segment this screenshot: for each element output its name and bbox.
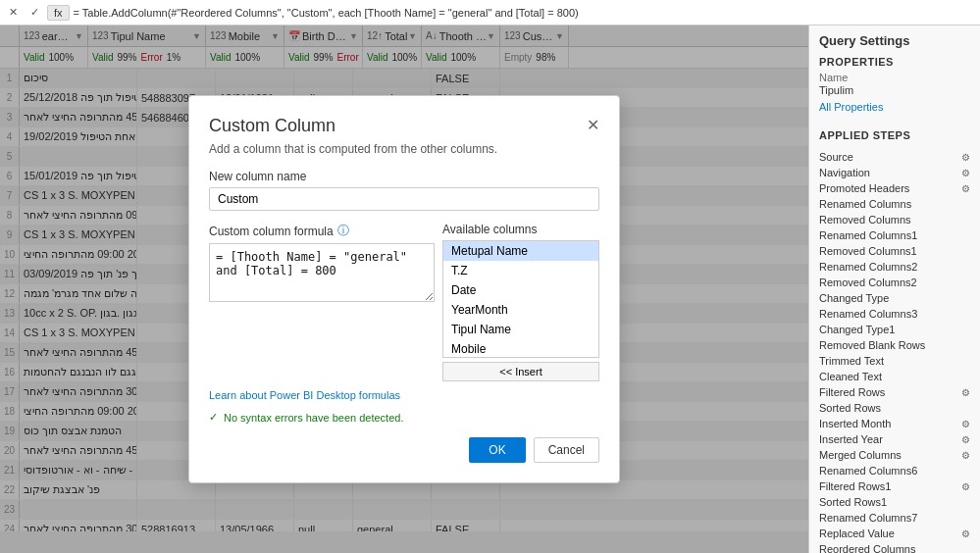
formula-textarea[interactable]: = [Thooth Name] = "general" and [Total] … xyxy=(209,243,435,302)
step-label: Renamed Columns2 xyxy=(819,261,917,273)
gear-icon[interactable]: ⚙ xyxy=(961,481,970,492)
applied-step[interactable]: Merged Columns⚙ xyxy=(809,447,980,463)
applied-step[interactable]: Source⚙ xyxy=(809,149,980,165)
applied-step[interactable]: Renamed Columns6 xyxy=(809,463,980,478)
gear-icon[interactable]: ⚙ xyxy=(961,528,970,539)
formula-input[interactable] xyxy=(74,7,976,19)
avail-col-item[interactable]: Tipul Name xyxy=(443,320,598,339)
modal-subtitle: Add a column that is computed from the o… xyxy=(209,142,599,156)
qs-properties-title: PROPERTIES xyxy=(819,56,970,68)
gear-icon[interactable]: ⚙ xyxy=(961,450,970,461)
status-check-icon: ✓ xyxy=(209,411,218,424)
gear-icon[interactable]: ⚙ xyxy=(961,419,970,429)
step-label: Renamed Columns1 xyxy=(819,229,917,241)
step-label: Removed Blank Rows xyxy=(819,339,925,351)
applied-step[interactable]: Inserted Year⚙ xyxy=(809,431,980,447)
modal-overlay: Custom Column ✕ Add a column that is com… xyxy=(0,25,808,553)
applied-step[interactable]: Cleaned Text xyxy=(809,369,980,384)
step-label: Removed Columns2 xyxy=(819,276,917,288)
step-label: Promoted Headers xyxy=(819,182,909,194)
applied-step[interactable]: Sorted Rows1 xyxy=(809,494,980,510)
step-label: Cleaned Text xyxy=(819,371,882,382)
step-label: Renamed Columns3 xyxy=(819,308,917,320)
step-label: Renamed Columns6 xyxy=(819,465,917,477)
avail-col-item[interactable]: T.Z xyxy=(443,261,598,280)
qs-steps-section: APPLIED STEPS xyxy=(809,126,980,149)
applied-step[interactable]: Removed Columns xyxy=(809,212,980,227)
all-properties-link[interactable]: All Properties xyxy=(819,101,883,113)
applied-step[interactable]: Removed Blank Rows xyxy=(809,337,980,353)
modal-title: Custom Column xyxy=(209,116,335,136)
applied-step[interactable]: Trimmed Text xyxy=(809,353,980,369)
applied-step[interactable]: Renamed Columns1 xyxy=(809,227,980,243)
avail-cols-label: Available columns xyxy=(442,223,599,236)
modal-close-button[interactable]: ✕ xyxy=(587,116,599,134)
step-label: Changed Type1 xyxy=(819,324,895,335)
qs-properties-section: PROPERTIES Name Tipulim All Properties xyxy=(809,52,980,118)
ok-button[interactable]: OK xyxy=(469,437,525,463)
applied-step[interactable]: Filtered Rows⚙ xyxy=(809,384,980,400)
qs-name-label: Name xyxy=(819,72,970,83)
applied-steps-list: Source⚙Navigation⚙Promoted Headers⚙Renam… xyxy=(809,149,980,553)
applied-step[interactable]: Renamed Columns7 xyxy=(809,510,980,526)
applied-step[interactable]: Renamed Columns2 xyxy=(809,259,980,275)
applied-step[interactable]: Changed Type1 xyxy=(809,322,980,337)
step-label: Source xyxy=(819,151,853,163)
step-label: Merged Columns xyxy=(819,449,902,461)
cancel-button[interactable]: Cancel xyxy=(534,437,599,463)
step-label: Navigation xyxy=(819,167,870,178)
modal-formula-section: Custom column formula ⓘ = [Thooth Name] … xyxy=(209,223,599,381)
step-label: Reordered Columns xyxy=(819,543,915,553)
formula-right: Available columns Metupal NameT.ZDateYea… xyxy=(442,223,599,381)
applied-step[interactable]: Sorted Rows xyxy=(809,400,980,416)
step-label: Trimmed Text xyxy=(819,355,884,367)
applied-step[interactable]: Replaced Value⚙ xyxy=(809,526,980,541)
step-label: Filtered Rows1 xyxy=(819,480,891,492)
modal-status: ✓ No syntax errors have been detected. xyxy=(209,411,599,424)
close-icon[interactable]: ✕ xyxy=(4,4,22,22)
formula-label: Custom column formula ⓘ xyxy=(209,223,435,239)
gear-icon[interactable]: ⚙ xyxy=(961,168,970,178)
col-name-label: New column name xyxy=(209,170,599,183)
applied-step[interactable]: Removed Columns1 xyxy=(809,243,980,259)
avail-col-item[interactable]: YearMonth xyxy=(443,300,598,320)
step-label: Inserted Year xyxy=(819,433,883,445)
step-label: Changed Type xyxy=(819,292,889,304)
applied-step[interactable]: Inserted Month⚙ xyxy=(809,416,980,431)
check-icon[interactable]: ✓ xyxy=(26,4,43,22)
step-label: Replaced Value xyxy=(819,528,895,539)
available-columns-list: Metupal NameT.ZDateYearMonthTipul NameMo… xyxy=(442,240,599,358)
applied-step[interactable]: Removed Columns2 xyxy=(809,275,980,290)
applied-step[interactable]: Changed Type xyxy=(809,290,980,306)
formula-bar-icons: ✕ ✓ xyxy=(4,4,43,22)
custom-column-modal: Custom Column ✕ Add a column that is com… xyxy=(188,95,620,483)
applied-step[interactable]: Filtered Rows1⚙ xyxy=(809,478,980,494)
insert-button[interactable]: << Insert xyxy=(442,362,599,381)
applied-step[interactable]: Navigation⚙ xyxy=(809,165,980,180)
gear-icon[interactable]: ⚙ xyxy=(961,183,970,194)
applied-step[interactable]: Renamed Columns xyxy=(809,196,980,212)
col-name-input[interactable] xyxy=(209,187,599,211)
formula-help-icon[interactable]: ⓘ xyxy=(337,223,349,239)
step-label: Removed Columns xyxy=(819,214,911,226)
applied-step[interactable]: Renamed Columns3 xyxy=(809,306,980,322)
qs-title: Query Settings xyxy=(809,25,980,52)
step-label: Renamed Columns xyxy=(819,198,911,210)
applied-step[interactable]: Reordered Columns xyxy=(809,541,980,553)
fx-label: fx xyxy=(47,5,70,21)
gear-icon[interactable]: ⚙ xyxy=(961,387,970,398)
formula-bar: ✕ ✓ fx xyxy=(0,0,980,25)
avail-col-item[interactable]: Mobile xyxy=(443,339,598,358)
step-label: Removed Columns1 xyxy=(819,245,917,257)
data-area: 123 earMonth ▼ 123 Tipul Name ▼ 123 Mobi… xyxy=(0,25,808,553)
gear-icon[interactable]: ⚙ xyxy=(961,152,970,163)
applied-step[interactable]: Promoted Headers⚙ xyxy=(809,180,980,196)
avail-col-item[interactable]: Date xyxy=(443,280,598,300)
step-label: Filtered Rows xyxy=(819,386,885,398)
step-label: Inserted Month xyxy=(819,418,891,429)
avail-col-item[interactable]: Metupal Name xyxy=(443,241,598,261)
learn-more-link[interactable]: Learn about Power BI Desktop formulas xyxy=(209,389,599,401)
formula-left: Custom column formula ⓘ = [Thooth Name] … xyxy=(209,223,435,381)
qs-steps-title: APPLIED STEPS xyxy=(819,129,970,141)
gear-icon[interactable]: ⚙ xyxy=(961,434,970,445)
